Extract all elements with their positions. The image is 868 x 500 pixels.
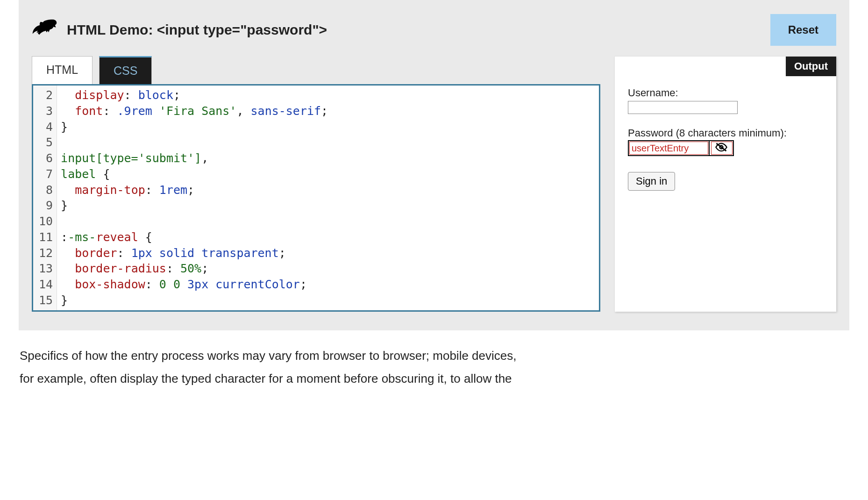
username-label: Username: xyxy=(628,87,823,99)
password-label: Password (8 characters minimum): xyxy=(628,127,823,139)
article-text-line-2: for example, often display the typed cha… xyxy=(19,367,849,390)
output-panel: Output Username: Password (8 characters … xyxy=(614,56,836,312)
output-panel-label: Output xyxy=(786,57,836,76)
reset-button[interactable]: Reset xyxy=(770,14,836,46)
tab-html[interactable]: HTML xyxy=(32,56,92,84)
demo-container: HTML Demo: <input type="password"> Reset… xyxy=(19,0,849,330)
dino-icon xyxy=(32,18,57,42)
eye-slash-icon xyxy=(715,142,728,154)
username-input[interactable] xyxy=(628,101,738,114)
signin-button[interactable]: Sign in xyxy=(628,172,675,191)
password-reveal-button[interactable] xyxy=(710,140,734,156)
code-content[interactable]: display: block; font: .9rem 'Fira Sans',… xyxy=(57,86,599,310)
line-gutter: 23456789101112131415 xyxy=(33,86,57,310)
demo-title: HTML Demo: <input type="password"> xyxy=(67,22,327,38)
article-text-line-1: Specifics of how the entry process works… xyxy=(19,344,849,367)
editor-tabs: HTML CSS xyxy=(32,56,600,84)
tab-css[interactable]: CSS xyxy=(99,56,152,84)
password-input[interactable] xyxy=(628,140,710,156)
code-editor[interactable]: 23456789101112131415 display: block; fon… xyxy=(32,84,600,312)
